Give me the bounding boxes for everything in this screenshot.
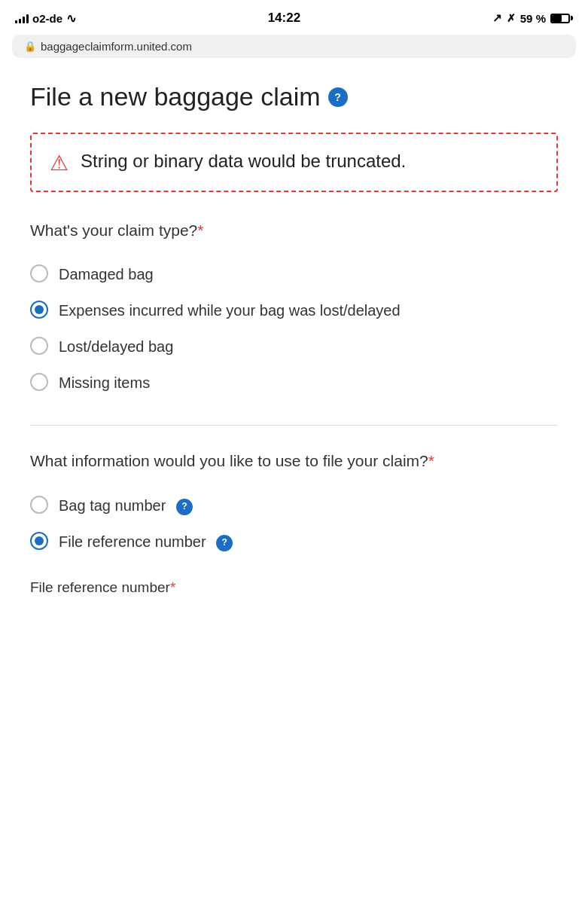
error-warning-icon: ⚠ [50, 151, 69, 176]
radio-expenses-indicator [30, 301, 48, 319]
radio-lost-label: Lost/delayed bag [59, 336, 173, 357]
radio-file-ref-indicator [30, 532, 48, 550]
radio-expenses[interactable]: Expenses incurred while your bag was los… [30, 292, 558, 328]
file-ref-field-container: File reference number* [30, 578, 558, 598]
claim-type-question: What's your claim type?* [30, 219, 558, 241]
radio-lost-delayed[interactable]: Lost/delayed bag [30, 328, 558, 365]
file-info-question: What information would you like to use t… [30, 450, 558, 472]
radio-file-ref-label: File reference number ? [59, 531, 233, 552]
radio-file-ref[interactable]: File reference number ? [30, 524, 558, 560]
page-title: File a new baggage claim [30, 82, 321, 111]
signal-icon [15, 13, 29, 23]
url-text: baggageclaimform.united.com [41, 40, 192, 53]
page-help-icon[interactable]: ? [328, 87, 348, 107]
status-right: ↗ ✗ 59 % [492, 11, 573, 25]
file-ref-help-icon[interactable]: ? [216, 535, 233, 551]
status-time: 14:22 [268, 11, 300, 26]
status-bar: o2-de ∿ 14:22 ↗ ✗ 59 % [0, 0, 588, 32]
wifi-icon: ∿ [66, 11, 76, 26]
battery-icon [550, 14, 573, 23]
file-ref-field-label: File reference number* [30, 578, 558, 598]
lock-icon: 🔒 [24, 41, 36, 52]
page-title-container: File a new baggage claim ? [30, 82, 558, 111]
claim-type-section: What's your claim type?* Damaged bag Exp… [30, 219, 558, 401]
error-message: String or binary data would be truncated… [81, 149, 406, 173]
radio-damaged-indicator [30, 264, 48, 282]
radio-bag-tag-label: Bag tag number ? [59, 495, 193, 516]
location-arrow-icon: ↗ [492, 11, 502, 25]
address-bar[interactable]: 🔒 baggageclaimform.united.com [12, 35, 576, 58]
section-divider [30, 425, 558, 426]
error-box: ⚠ String or binary data would be truncat… [30, 133, 558, 192]
radio-bag-tag[interactable]: Bag tag number ? [30, 487, 558, 524]
bag-tag-help-icon[interactable]: ? [176, 499, 193, 515]
radio-missing-indicator [30, 373, 48, 391]
main-content: File a new baggage claim ? ⚠ String or b… [0, 58, 588, 652]
radio-missing-label: Missing items [59, 372, 150, 393]
file-info-section: What information would you like to use t… [30, 450, 558, 597]
carrier-signal: o2-de ∿ [15, 11, 76, 26]
radio-damaged-bag[interactable]: Damaged bag [30, 256, 558, 292]
bluetooth-icon: ✗ [507, 12, 516, 24]
radio-missing-items[interactable]: Missing items [30, 365, 558, 401]
file-info-radio-group: Bag tag number ? File reference number ? [30, 487, 558, 560]
battery-pct: 59 % [520, 12, 546, 25]
radio-lost-indicator [30, 337, 48, 355]
claim-type-radio-group: Damaged bag Expenses incurred while your… [30, 256, 558, 401]
radio-damaged-label: Damaged bag [59, 264, 154, 285]
radio-bag-tag-indicator [30, 496, 48, 514]
radio-expenses-label: Expenses incurred while your bag was los… [59, 300, 401, 321]
carrier-name: o2-de [32, 12, 62, 25]
